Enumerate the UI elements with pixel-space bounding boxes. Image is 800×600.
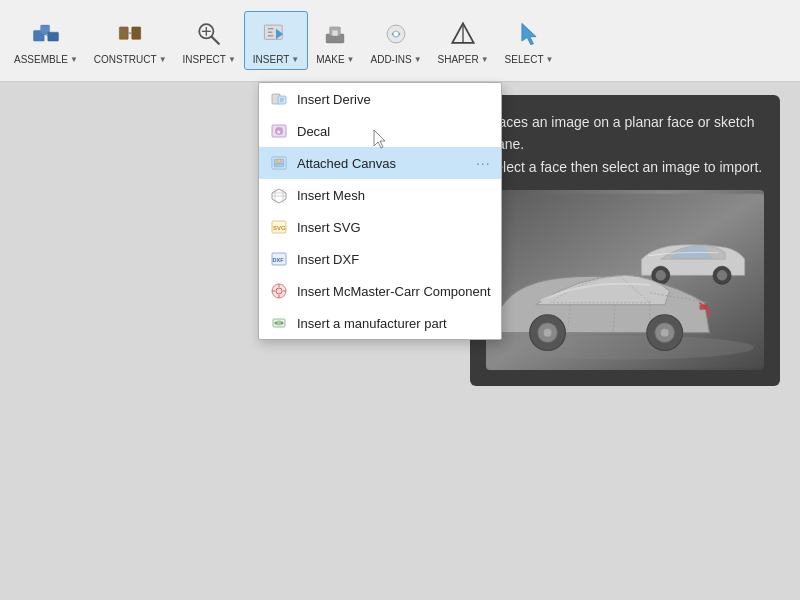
- svg-rect-5: [132, 27, 141, 39]
- insert-derive-icon: [269, 89, 289, 109]
- attached-canvas-icon: [269, 153, 289, 173]
- svg-rect-18: [333, 30, 338, 35]
- toolbar-group-addins[interactable]: ADD-INS▼: [363, 12, 430, 69]
- assemble-label: ASSEMBLE▼: [14, 54, 78, 65]
- svg-point-65: [544, 328, 552, 336]
- info-panel-image: [486, 190, 764, 370]
- construct-label: CONSTRUCT▼: [94, 54, 167, 65]
- svg-line-8: [212, 37, 219, 44]
- inspect-label: INSPECT▼: [183, 54, 236, 65]
- menu-item-insert-svg[interactable]: SVG Insert SVG: [259, 211, 501, 243]
- assemble-icon: [28, 16, 64, 52]
- svg-rect-25: [278, 96, 286, 104]
- menu-item-insert-svg-label: Insert SVG: [297, 220, 491, 235]
- make-label: MAKE▼: [316, 54, 354, 65]
- menu-item-insert-derive-label: Insert Derive: [297, 92, 491, 107]
- mcmaster-carr-icon: [269, 281, 289, 301]
- insert-mesh-icon: [269, 185, 289, 205]
- menu-item-attached-canvas-label: Attached Canvas: [297, 156, 476, 171]
- info-panel: Places an image on a planar face or sket…: [470, 95, 780, 386]
- toolbar-group-select[interactable]: SELECT▼: [497, 12, 562, 69]
- toolbar-group-inspect[interactable]: INSPECT▼: [175, 12, 244, 69]
- svg-point-58: [717, 270, 727, 280]
- shaper-icon: [445, 16, 481, 52]
- menu-item-insert-dxf-label: Insert DXF: [297, 252, 491, 267]
- svg-text:★: ★: [276, 129, 281, 135]
- menu-item-dots: ···: [476, 155, 491, 171]
- addins-label: ADD-INS▼: [371, 54, 422, 65]
- menu-item-attached-canvas[interactable]: Attached Canvas ···: [259, 147, 501, 179]
- menu-item-insert-mesh-label: Insert Mesh: [297, 188, 491, 203]
- svg-point-68: [661, 328, 669, 336]
- make-icon: [317, 16, 353, 52]
- menu-item-decal[interactable]: ★ Decal: [259, 115, 501, 147]
- svg-point-20: [393, 31, 398, 36]
- insert-icon: [258, 16, 294, 52]
- menu-item-insert-dxf[interactable]: DXF Insert DXF: [259, 243, 501, 275]
- decal-icon: ★: [269, 121, 289, 141]
- svg-point-34: [277, 159, 281, 163]
- menu-item-mcmaster-carr-label: Insert McMaster-Carr Component: [297, 284, 491, 299]
- menu-item-mcmaster-carr[interactable]: Insert McMaster-Carr Component: [259, 275, 501, 307]
- svg-rect-2: [48, 32, 59, 41]
- insert-dropdown-menu: Insert Derive ★ Decal Attached Canvas ··…: [258, 82, 502, 340]
- svg-rect-69: [699, 304, 707, 309]
- construct-icon: [112, 16, 148, 52]
- select-label: SELECT▼: [505, 54, 554, 65]
- svg-text:SVG: SVG: [273, 225, 286, 231]
- menu-item-manufacturer-part-label: Insert a manufacturer part: [297, 316, 491, 331]
- menu-item-insert-derive[interactable]: Insert Derive: [259, 83, 501, 115]
- menu-item-decal-label: Decal: [297, 124, 491, 139]
- info-panel-description: Places an image on a planar face or sket…: [486, 111, 764, 178]
- svg-rect-52: [277, 321, 281, 325]
- insert-svg-icon: SVG: [269, 217, 289, 237]
- shaper-label: SHAPER▼: [438, 54, 489, 65]
- toolbar-group-assemble[interactable]: ASSEMBLE▼: [6, 12, 86, 69]
- menu-item-insert-mesh[interactable]: Insert Mesh: [259, 179, 501, 211]
- svg-line-3: [44, 34, 48, 36]
- manufacturer-part-icon: [269, 313, 289, 333]
- inspect-icon: [191, 16, 227, 52]
- toolbar-group-insert[interactable]: INSERT▼: [244, 11, 308, 70]
- addins-icon: [378, 16, 414, 52]
- insert-label: INSERT▼: [253, 54, 299, 65]
- toolbar: ASSEMBLE▼ CONSTRUCT▼ INSPECT▼: [0, 0, 800, 82]
- svg-marker-23: [522, 23, 536, 44]
- select-icon: [511, 16, 547, 52]
- svg-rect-4: [120, 27, 129, 39]
- toolbar-group-construct[interactable]: CONSTRUCT▼: [86, 12, 175, 69]
- svg-text:DXF: DXF: [273, 257, 285, 263]
- toolbar-group-make[interactable]: MAKE▼: [308, 12, 362, 69]
- toolbar-group-shaper[interactable]: SHAPER▼: [430, 12, 497, 69]
- menu-item-manufacturer-part[interactable]: Insert a manufacturer part: [259, 307, 501, 339]
- insert-dxf-icon: DXF: [269, 249, 289, 269]
- svg-point-56: [656, 270, 666, 280]
